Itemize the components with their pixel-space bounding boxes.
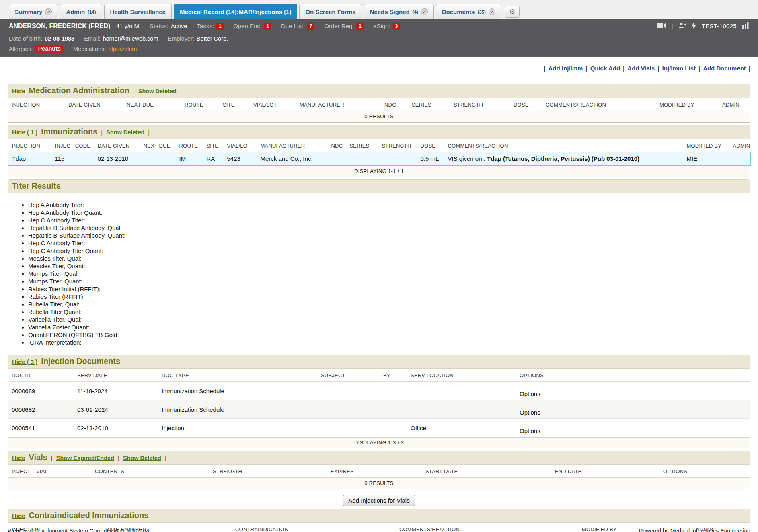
sort-dose[interactable]: DOSE bbox=[421, 143, 436, 149]
settings-gear-button[interactable]: ⚙ bbox=[505, 6, 520, 18]
sort-site[interactable]: SITE bbox=[223, 102, 235, 108]
due-list-badge[interactable]: 7 bbox=[307, 23, 314, 30]
sort-strength[interactable]: STRENGTH bbox=[213, 468, 242, 474]
separator: | bbox=[180, 88, 182, 94]
sort-contents[interactable]: CONTENTS bbox=[95, 468, 124, 474]
options-menu[interactable]: Options bbox=[520, 427, 540, 434]
order-req-badge[interactable]: 1 bbox=[356, 23, 364, 30]
sort-injection[interactable]: INJECTION bbox=[12, 143, 40, 149]
esign-badge[interactable]: 3 bbox=[393, 23, 400, 30]
column-header: DOC ID bbox=[8, 369, 73, 382]
popout-icon[interactable]: ↗ bbox=[489, 8, 495, 15]
sort-dose[interactable]: DOSE bbox=[514, 102, 529, 108]
quick-add-link[interactable]: Quick Add bbox=[590, 65, 620, 72]
video-call-icon[interactable] bbox=[657, 23, 666, 30]
tab-health-surveillance[interactable]: Health Surveillance bbox=[104, 4, 172, 19]
hide-injection-documents-link[interactable]: Hide ( 3 ) bbox=[12, 358, 37, 365]
add-inj-imm-link[interactable]: Add Inj/Imm bbox=[548, 65, 583, 72]
sort-options[interactable]: OPTIONS bbox=[663, 468, 687, 474]
injection-documents-displaying: DISPLAYING 1-3 / 3 bbox=[8, 437, 750, 448]
sort-series[interactable]: SERIES bbox=[350, 143, 370, 149]
sort-strength[interactable]: STRENGTH bbox=[382, 143, 411, 149]
titer-item: QuantiFERON (QFTBG) TB Gold: bbox=[28, 331, 742, 339]
add-document-link[interactable]: Add Document bbox=[703, 65, 746, 72]
sort-comments[interactable]: COMMENTS/REACTION bbox=[448, 143, 508, 149]
show-deleted-link[interactable]: Show Deleted bbox=[106, 129, 144, 136]
allergy-badge[interactable]: Peanuts bbox=[35, 45, 64, 53]
hide-vials-link[interactable]: Hide bbox=[12, 454, 25, 461]
sort-serv-location[interactable]: SERV LOCATION bbox=[411, 372, 454, 378]
immunization-row[interactable]: Tdap 115 02-13-2010 IM RA 5423 Merck and… bbox=[8, 152, 751, 166]
sort-ndc[interactable]: NDC bbox=[384, 102, 396, 108]
add-user-icon[interactable] bbox=[678, 22, 686, 30]
sort-next-due[interactable]: NEXT DUE bbox=[144, 143, 170, 149]
sort-route[interactable]: ROUTE bbox=[179, 143, 198, 149]
sort-start-date[interactable]: START DATE bbox=[425, 468, 458, 474]
inj-imm-list-link[interactable]: Inj/Imm List bbox=[662, 65, 696, 72]
sort-comments[interactable]: COMMENTS/REACTION bbox=[546, 102, 606, 108]
tab-on-screen-forms[interactable]: On Screen Forms bbox=[299, 4, 362, 19]
sort-modified-by[interactable]: MODIFIED BY bbox=[687, 143, 722, 149]
main-content: | Add Inj/Imm | Quick Add | Add Vials | … bbox=[0, 64, 758, 532]
sort-site[interactable]: SITE bbox=[207, 143, 219, 149]
sort-inject[interactable]: INJECT bbox=[12, 468, 31, 474]
document-row[interactable]: 0000682 03-01-2024 Immunization Schedule… bbox=[8, 400, 750, 419]
tab-documents[interactable]: Documents (35) ↗ bbox=[436, 4, 501, 19]
options-menu[interactable]: Options bbox=[520, 390, 540, 397]
sort-ndc[interactable]: NDC bbox=[331, 143, 343, 149]
sort-options[interactable]: OPTIONS bbox=[520, 372, 544, 378]
show-deleted-link[interactable]: Show Deleted bbox=[123, 455, 161, 461]
sort-manufacturer[interactable]: MANUFACTURER bbox=[261, 143, 305, 149]
sort-injection[interactable]: INJECTION bbox=[12, 102, 40, 108]
sort-inject-code[interactable]: INJECT CODE bbox=[55, 143, 91, 149]
open-enc-badge[interactable]: 1 bbox=[264, 23, 271, 30]
tab-needs-signed[interactable]: Needs Signed (4) ↗ bbox=[364, 4, 434, 19]
sort-modified-by[interactable]: MODIFIED BY bbox=[659, 102, 694, 108]
sort-expires[interactable]: EXPIRES bbox=[331, 468, 354, 474]
sort-vial-lot[interactable]: VIAL/LOT bbox=[227, 143, 251, 149]
hide-contraindicated-link[interactable]: Hide bbox=[12, 512, 25, 519]
hide-immunizations-link[interactable]: Hide ( 1 ) bbox=[12, 129, 37, 136]
flowsheet-chart-icon[interactable] bbox=[742, 22, 749, 30]
sort-admin[interactable]: ADMIN bbox=[733, 143, 750, 149]
separator: | bbox=[698, 65, 700, 72]
column-header: NDC bbox=[380, 98, 408, 111]
tab-admin[interactable]: Admin (14) bbox=[60, 4, 102, 19]
popout-icon[interactable]: ↗ bbox=[45, 8, 52, 15]
column-header: ROUTE bbox=[181, 98, 219, 111]
add-injections-for-vials-button[interactable]: Add Injections for Vials bbox=[343, 495, 415, 506]
lightning-icon[interactable] bbox=[692, 22, 696, 30]
sort-by[interactable]: BY bbox=[383, 372, 390, 378]
options-menu[interactable]: Options bbox=[520, 409, 540, 416]
sort-route[interactable]: ROUTE bbox=[185, 102, 203, 108]
document-row[interactable]: 0000541 02-13-2010 Injection Office Opti… bbox=[8, 419, 750, 437]
show-deleted-link[interactable]: Show Deleted bbox=[138, 88, 177, 94]
section-header-injection-documents: Hide ( 3 ) Injection Documents bbox=[8, 355, 750, 369]
tab-medical-record[interactable]: Medical Record (14):MAR/Injections (1) bbox=[174, 4, 298, 19]
sort-doc-id[interactable]: DOC ID bbox=[12, 372, 31, 378]
sort-admin[interactable]: ADMIN bbox=[722, 102, 740, 108]
show-expired-ended-link[interactable]: Show Expired/Ended bbox=[56, 455, 114, 461]
sort-date-given[interactable]: DATE GIVEN bbox=[98, 143, 130, 149]
popout-icon[interactable]: ↗ bbox=[421, 8, 428, 15]
column-header: SUBJECT bbox=[317, 369, 379, 382]
sort-series[interactable]: SERIES bbox=[412, 102, 431, 108]
sort-strength[interactable]: STRENGTH bbox=[454, 102, 483, 108]
hide-medication-administration-link[interactable]: Hide bbox=[12, 88, 25, 94]
add-vials-link[interactable]: Add Vials bbox=[627, 65, 655, 72]
sort-next-due[interactable]: NEXT DUE bbox=[127, 102, 154, 108]
column-header: SERIES bbox=[346, 139, 378, 152]
cell-serv-date: 03-01-2024 bbox=[73, 400, 158, 419]
sort-vial-lot[interactable]: VIAL/LOT bbox=[253, 102, 277, 108]
sort-end-date[interactable]: END DATE bbox=[555, 468, 581, 474]
sort-manufacturer[interactable]: MANUFACTURER bbox=[300, 102, 344, 108]
sort-date-given[interactable]: DATE GIVEN bbox=[68, 102, 101, 108]
sort-doc-type[interactable]: DOC TYPE bbox=[162, 372, 189, 378]
sort-vial[interactable]: VIAL bbox=[36, 468, 48, 474]
document-row[interactable]: 0000689 11-18-2024 Immunization Schedule… bbox=[8, 382, 750, 400]
medication-value[interactable]: alprazolam bbox=[108, 46, 137, 52]
tab-summary[interactable]: Summary ↗ bbox=[9, 4, 58, 19]
sort-serv-date[interactable]: SERV DATE bbox=[77, 372, 107, 378]
tasks-badge[interactable]: 1 bbox=[216, 23, 224, 30]
sort-subject[interactable]: SUBJECT bbox=[321, 372, 345, 378]
